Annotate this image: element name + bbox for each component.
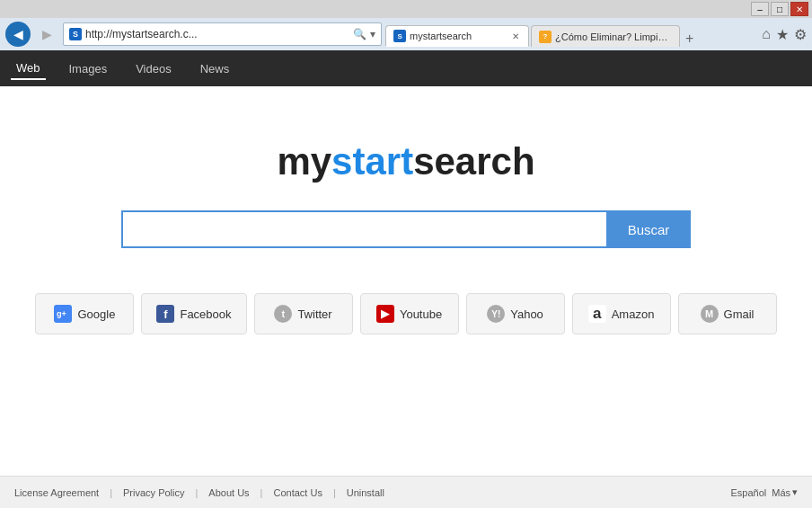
footer-right: Español Más ▾: [730, 486, 798, 498]
address-text: http://mystartsearch.c...: [85, 28, 349, 40]
tab-favicon-como: ?: [539, 31, 552, 43]
footer-links: License Agreement | Privacy Policy | Abo…: [14, 487, 384, 498]
close-button[interactable]: ✕: [790, 2, 808, 16]
back-icon: ◀: [13, 27, 23, 41]
more-label: Más: [772, 487, 790, 498]
minimize-button[interactable]: –: [751, 2, 769, 16]
svg-text:g+: g+: [57, 309, 66, 318]
facebook-icon: f: [156, 305, 174, 323]
twitter-icon: t: [274, 305, 292, 323]
page-wrapper: – □ ✕ ◀ ▶ S http://mystartsearch.c... 🔍 …: [0, 0, 812, 508]
tab-como-eliminar[interactable]: ? ¿Cómo Eliminar? Limpiar su co...: [531, 25, 680, 47]
logo-search: search: [413, 140, 534, 183]
gmail-icon: M: [701, 305, 719, 323]
logo-my: my: [277, 140, 331, 183]
favorites-button[interactable]: ★: [776, 26, 789, 43]
yahoo-label: Yahoo: [510, 307, 543, 321]
yahoo-icon: Y!: [487, 305, 505, 323]
nav-right: ⌂ ★ ⚙: [756, 26, 807, 43]
home-button[interactable]: ⌂: [762, 26, 771, 42]
facebook-label: Facebook: [180, 307, 231, 321]
tab-label-como: ¿Cómo Eliminar? Limpiar su co...: [555, 31, 672, 42]
youtube-icon: ▶: [376, 305, 394, 323]
tab-web[interactable]: Web: [11, 58, 46, 80]
tab-close-mystartsearch[interactable]: ✕: [510, 31, 521, 41]
search-box-row: Buscar: [121, 210, 692, 248]
address-favicon: S: [69, 28, 82, 40]
tab-mystartsearch[interactable]: S mystartsearch ✕: [385, 25, 529, 47]
back-button[interactable]: ◀: [5, 22, 31, 47]
search-toolbar: Web Images Videos News: [0, 50, 812, 86]
address-bar[interactable]: S http://mystartsearch.c... 🔍 ▾: [63, 22, 382, 46]
google-label: Google: [77, 307, 115, 321]
quick-link-gmail[interactable]: M Gmail: [678, 293, 777, 334]
google-icon: g+: [54, 305, 72, 323]
uninstall-link[interactable]: Uninstall: [347, 487, 384, 498]
footer: License Agreement | Privacy Policy | Abo…: [0, 476, 812, 508]
search-input[interactable]: [121, 210, 606, 248]
forward-button[interactable]: ▶: [34, 22, 59, 47]
address-dropdown-icon[interactable]: ▾: [370, 28, 375, 40]
tabs-container: S mystartsearch ✕ ? ¿Cómo Eliminar? Limp…: [385, 22, 753, 47]
more-chevron-icon: ▾: [792, 486, 798, 498]
privacy-policy-link[interactable]: Privacy Policy: [123, 487, 184, 498]
quick-link-facebook[interactable]: f Facebook: [141, 293, 246, 334]
amazon-icon: a: [588, 305, 606, 323]
quick-link-google[interactable]: g+ Google: [35, 293, 134, 334]
tab-videos[interactable]: Videos: [130, 58, 177, 79]
main-content: mystartsearch Buscar g+ Google f Faceboo…: [0, 86, 812, 392]
tab-favicon-mystartsearch: S: [393, 30, 406, 42]
forward-icon: ▶: [42, 27, 52, 41]
quick-link-youtube[interactable]: ▶ Youtube: [360, 293, 459, 334]
address-search-icon[interactable]: 🔍: [353, 28, 366, 40]
license-agreement-link[interactable]: License Agreement: [14, 487, 99, 498]
tab-label-mystartsearch: mystartsearch: [410, 31, 472, 41]
language-selector[interactable]: Español: [730, 487, 766, 498]
settings-button[interactable]: ⚙: [794, 26, 807, 43]
search-button[interactable]: Buscar: [606, 210, 692, 248]
about-us-link[interactable]: About Us: [208, 487, 249, 498]
contact-us-link[interactable]: Contact Us: [273, 487, 322, 498]
quick-links: g+ Google f Facebook t Twitter ▶ Youtube…: [17, 293, 794, 334]
new-tab-button[interactable]: +: [685, 31, 693, 47]
tab-images[interactable]: Images: [64, 58, 113, 79]
tab-news[interactable]: News: [195, 58, 235, 79]
nav-bar: ◀ ▶ S http://mystartsearch.c... 🔍 ▾ S my…: [0, 18, 812, 50]
gmail-label: Gmail: [724, 307, 755, 321]
quick-link-yahoo[interactable]: Y! Yahoo: [466, 293, 565, 334]
twitter-label: Twitter: [297, 307, 331, 321]
logo-start: start: [331, 140, 413, 183]
quick-link-amazon[interactable]: a Amazon: [572, 293, 671, 334]
quick-link-twitter[interactable]: t Twitter: [254, 293, 353, 334]
amazon-label: Amazon: [612, 307, 655, 321]
youtube-label: Youtube: [400, 307, 442, 321]
title-bar: – □ ✕: [0, 0, 812, 18]
maximize-button[interactable]: □: [771, 2, 789, 16]
more-button[interactable]: Más ▾: [772, 486, 798, 498]
logo: mystartsearch: [277, 140, 534, 183]
